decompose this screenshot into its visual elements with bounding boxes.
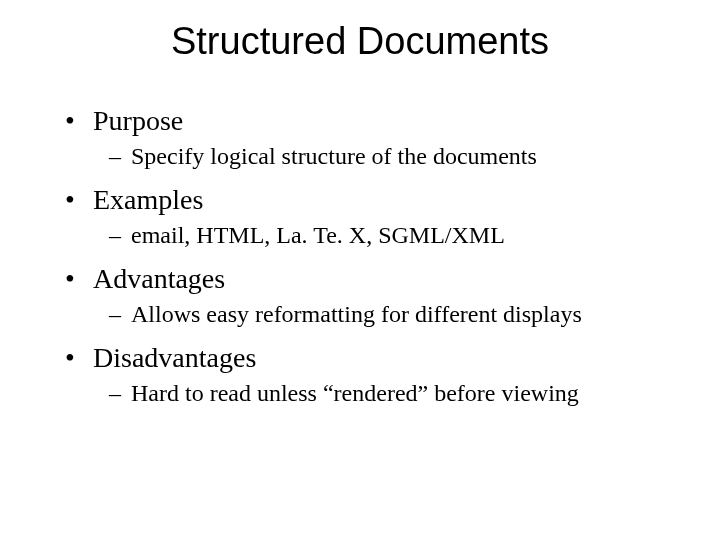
list-subitem: – Specify logical structure of the docum… — [109, 143, 690, 170]
list-subitem: – email, HTML, La. Te. X, SGML/XML — [109, 222, 690, 249]
dash-icon: – — [109, 143, 131, 170]
subitem-label: email, HTML, La. Te. X, SGML/XML — [131, 222, 505, 249]
dash-icon: – — [109, 222, 131, 249]
slide: Structured Documents • Purpose – Specify… — [0, 0, 720, 540]
slide-content: • Purpose – Specify logical structure of… — [0, 105, 720, 407]
list-subitem: – Allows easy reformatting for different… — [109, 301, 690, 328]
item-label: Advantages — [93, 263, 225, 295]
subitem-label: Specify logical structure of the documen… — [131, 143, 537, 170]
bullet-icon: • — [65, 263, 93, 295]
dash-icon: – — [109, 380, 131, 407]
item-label: Purpose — [93, 105, 183, 137]
bullet-icon: • — [65, 342, 93, 374]
bullet-icon: • — [65, 105, 93, 137]
bullet-icon: • — [65, 184, 93, 216]
list-item: • Disadvantages — [65, 342, 690, 374]
dash-icon: – — [109, 301, 131, 328]
item-label: Disadvantages — [93, 342, 256, 374]
list-item: • Examples — [65, 184, 690, 216]
subitem-label: Allows easy reformatting for different d… — [131, 301, 582, 328]
item-label: Examples — [93, 184, 203, 216]
subitem-label: Hard to read unless “rendered” before vi… — [131, 380, 579, 407]
list-item: • Advantages — [65, 263, 690, 295]
list-subitem: – Hard to read unless “rendered” before … — [109, 380, 690, 407]
list-item: • Purpose — [65, 105, 690, 137]
slide-title: Structured Documents — [0, 20, 720, 63]
